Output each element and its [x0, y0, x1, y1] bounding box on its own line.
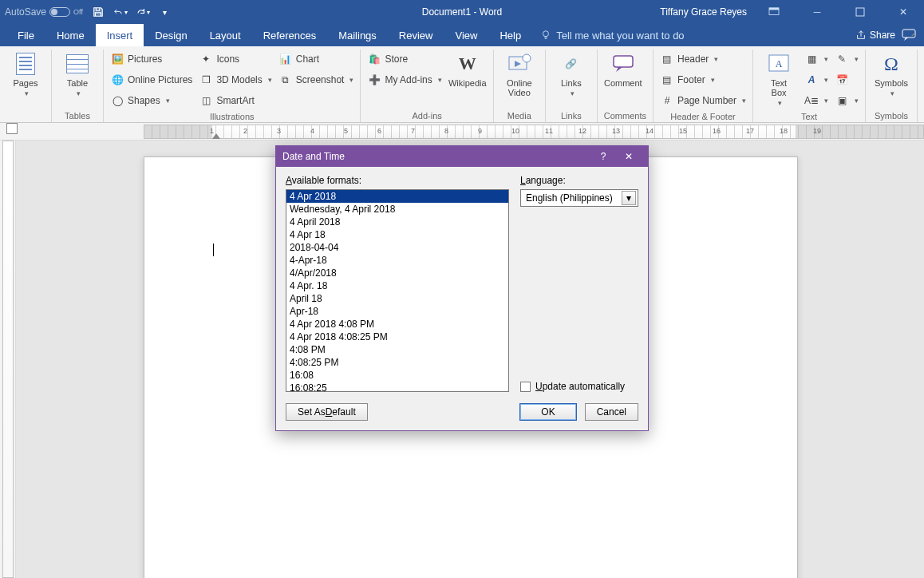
- save-icon[interactable]: [91, 5, 105, 19]
- smartart-button[interactable]: ◫SmartArt: [199, 91, 271, 110]
- format-option[interactable]: 4/Apr/2018: [286, 267, 508, 279]
- screenshot-button[interactable]: ⧉Screenshot: [278, 70, 354, 89]
- tab-insert[interactable]: Insert: [96, 24, 144, 46]
- user-name[interactable]: Tiffany Grace Reyes: [660, 6, 747, 18]
- tab-help[interactable]: Help: [488, 24, 532, 46]
- chart-icon: 📊: [278, 52, 293, 66]
- language-label: Language:: [520, 175, 638, 186]
- autosave-toggle[interactable]: AutoSave Off: [5, 6, 83, 18]
- tab-selector-icon[interactable]: [6, 123, 18, 134]
- qat-customize-icon[interactable]: ▾: [158, 5, 172, 19]
- group-illustrations: 🖼️Pictures 🌐Online Pictures ◯Shapes ✦Ico…: [104, 49, 361, 122]
- format-option[interactable]: 2018-04-04: [286, 241, 508, 254]
- store-button[interactable]: 🛍️Store: [367, 49, 441, 69]
- group-addins: 🛍️Store ➕My Add-ins W Wikipedia Add-ins: [361, 49, 493, 122]
- ruler-number: 16: [713, 127, 721, 135]
- redo-icon[interactable]: ▾: [136, 5, 150, 19]
- ruler-number: 10: [511, 127, 519, 135]
- dialog-close-button[interactable]: ✕: [616, 151, 642, 162]
- my-addins-button[interactable]: ➕My Add-ins: [367, 70, 441, 89]
- format-option[interactable]: Apr-18: [286, 305, 508, 318]
- tab-review[interactable]: Review: [388, 24, 444, 46]
- chevron-down-icon[interactable]: ▾: [622, 191, 636, 205]
- footer-button[interactable]: ▤Footer: [660, 70, 746, 89]
- ruler-number: 1: [210, 127, 214, 135]
- page-number-icon: #: [660, 93, 674, 108]
- tab-layout[interactable]: Layout: [199, 24, 252, 46]
- tab-references[interactable]: References: [252, 24, 327, 46]
- wikipedia-button[interactable]: W Wikipedia: [448, 49, 487, 89]
- group-comments: Comment Comments: [598, 49, 654, 122]
- drop-cap-button[interactable]: A≣: [804, 91, 828, 110]
- icons-button[interactable]: ✦Icons: [199, 49, 271, 69]
- signature-line-button[interactable]: ✎: [835, 49, 859, 69]
- quick-parts-button[interactable]: ▦: [804, 49, 828, 69]
- group-header-footer-label: Header & Footer: [660, 110, 746, 121]
- ruler-number: 3: [277, 127, 281, 135]
- format-option[interactable]: 4 Apr 18: [286, 228, 508, 241]
- format-option[interactable]: 4:08:25 PM: [286, 356, 508, 369]
- format-option[interactable]: Wednesday, 4 April 2018: [286, 203, 508, 216]
- 3d-models-button[interactable]: ❒3D Models: [199, 70, 271, 89]
- wordart-button[interactable]: A: [804, 70, 828, 89]
- autosave-label: AutoSave: [5, 6, 46, 18]
- maximize-button[interactable]: [844, 2, 876, 22]
- pages-button[interactable]: Pages: [6, 49, 45, 99]
- page-number-button[interactable]: #Page Number: [660, 91, 746, 110]
- format-option[interactable]: 16:08: [286, 369, 508, 382]
- symbols-button[interactable]: Ω Symbols: [872, 49, 910, 99]
- shapes-button[interactable]: ◯Shapes: [110, 91, 192, 110]
- online-video-button[interactable]: Online Video: [500, 49, 539, 99]
- tab-mailings[interactable]: Mailings: [327, 24, 388, 46]
- pictures-button[interactable]: 🖼️Pictures: [110, 49, 192, 69]
- undo-icon[interactable]: ▾: [113, 5, 128, 19]
- set-as-default-button[interactable]: Set As Default: [286, 403, 368, 421]
- language-combobox[interactable]: English (Philippines) ▾: [520, 189, 638, 207]
- tab-view[interactable]: View: [444, 24, 488, 46]
- object-button[interactable]: ▣: [835, 91, 859, 110]
- format-option[interactable]: 4-Apr-18: [286, 254, 508, 267]
- chart-button[interactable]: 📊Chart: [278, 49, 354, 69]
- ribbon-display-options-icon[interactable]: [758, 2, 790, 22]
- table-button[interactable]: Table: [58, 49, 97, 99]
- online-pictures-button[interactable]: 🌐Online Pictures: [110, 70, 192, 89]
- format-option[interactable]: April 18: [286, 292, 508, 305]
- comment-button[interactable]: Comment: [604, 49, 642, 89]
- date-time-button[interactable]: 📅: [835, 70, 859, 89]
- share-button[interactable]: Share: [855, 30, 895, 41]
- text-cursor: [213, 243, 214, 256]
- dialog-title: Date and Time: [282, 151, 590, 162]
- format-option[interactable]: 4 Apr 2018: [286, 190, 508, 203]
- ruler-number: 17: [746, 127, 754, 135]
- ruler-number: 7: [411, 127, 415, 135]
- formats-listbox[interactable]: 4 Apr 2018Wednesday, 4 April 20184 April…: [286, 189, 509, 392]
- header-icon: ▤: [660, 52, 674, 66]
- shapes-icon: ◯: [110, 93, 124, 108]
- ruler-number: 9: [478, 127, 482, 135]
- format-option[interactable]: 4 April 2018: [286, 216, 508, 228]
- tab-file[interactable]: File: [6, 24, 45, 46]
- tell-me-search[interactable]: Tell me what you want to do: [540, 24, 684, 46]
- header-button[interactable]: ▤Header: [660, 49, 746, 69]
- format-option[interactable]: 16:08:25: [286, 382, 508, 392]
- icons-icon: ✦: [199, 52, 213, 66]
- ok-button[interactable]: OK: [519, 403, 576, 421]
- dialog-title-bar[interactable]: Date and Time ? ✕: [276, 146, 648, 167]
- vertical-ruler[interactable]: [0, 141, 16, 578]
- collapse-ribbon-icon[interactable]: ⌃: [910, 32, 918, 43]
- tab-design[interactable]: Design: [144, 24, 198, 46]
- links-button[interactable]: 🔗 Links: [552, 49, 590, 99]
- tab-home[interactable]: Home: [45, 24, 96, 46]
- format-option[interactable]: 4 Apr 2018 4:08 PM: [286, 318, 508, 331]
- text-box-button[interactable]: A Text Box: [760, 49, 798, 109]
- format-option[interactable]: 4 Apr. 18: [286, 279, 508, 292]
- format-option[interactable]: 4 Apr 2018 4:08:25 PM: [286, 331, 508, 343]
- format-option[interactable]: 4:08 PM: [286, 343, 508, 356]
- horizontal-ruler[interactable]: 12345678910111213141516171819: [0, 123, 924, 141]
- minimize-button[interactable]: ─: [801, 2, 833, 22]
- dialog-help-button[interactable]: ?: [590, 151, 616, 162]
- close-button[interactable]: ✕: [887, 2, 919, 22]
- update-automatically-checkbox[interactable]: [520, 382, 531, 392]
- svg-point-6: [523, 54, 531, 62]
- cancel-button[interactable]: Cancel: [585, 403, 638, 421]
